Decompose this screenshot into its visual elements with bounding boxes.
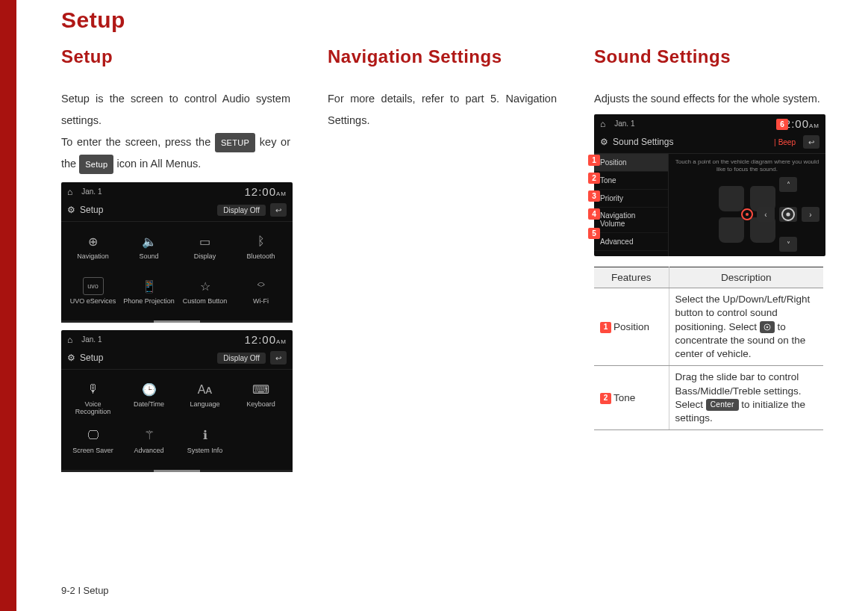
advanced-icon: ⚚: [139, 427, 160, 444]
setup-p2a: To enter the screen, press the: [61, 136, 215, 148]
sound-text: Adjusts the sound effects for the whole …: [594, 88, 823, 110]
gear-icon: ⚙: [600, 137, 608, 147]
sound-item-advanced[interactable]: Advanced: [594, 233, 668, 251]
col-navigation: Navigation Settings For more details, re…: [328, 46, 557, 475]
col-sound: Sound Settings Adjusts the sound effects…: [594, 46, 823, 475]
gear-icon: ⚙: [67, 353, 75, 363]
display-off-button[interactable]: Display Off: [217, 353, 266, 364]
speaker-icon: 🔈: [139, 232, 160, 250]
left-red-rail: [0, 0, 16, 611]
status-time: 12:00AM: [244, 333, 287, 346]
svg-point-3: [766, 326, 769, 329]
arrow-up-button[interactable]: ˄: [779, 177, 797, 192]
callout-5: 5: [588, 228, 600, 239]
back-button[interactable]: ↩: [803, 135, 819, 149]
back-button[interactable]: ↩: [270, 351, 287, 365]
sound-menu-list: Position Tone Priority Navigation Volume…: [594, 154, 669, 256]
cell-screensaver[interactable]: 🖵Screen Saver: [66, 422, 120, 465]
cell-phone-projection[interactable]: 📱Phone Projection: [122, 273, 176, 316]
desc-cell-position: Select the Up/Down/Left/Right button to …: [669, 288, 823, 366]
sub-bar: ⚙ Setup Display Off ↩: [61, 349, 293, 370]
setup-grid-2: 🎙Voice Recognition 🕒Date/Time AᴀLanguage…: [61, 370, 293, 468]
cell-empty: [234, 422, 288, 465]
sound-item-nav-volume[interactable]: Navigation Volume: [594, 208, 668, 233]
home-icon: ⌂: [67, 335, 72, 345]
section-title-sound: Sound Settings: [594, 46, 823, 67]
callout-4: 4: [588, 208, 600, 220]
status-bar: ⌂ Jan. 1 12:00AM: [61, 330, 293, 349]
nav-text: For more details, refer to part 5. Navig…: [328, 88, 557, 131]
cell-datetime[interactable]: 🕒Date/Time: [122, 376, 176, 421]
info-icon: ℹ: [195, 427, 216, 444]
cell-uvo[interactable]: uvoUVO eServices: [66, 273, 120, 316]
table-header-features: Features: [594, 267, 669, 288]
setup-p1: Setup is the screen to control Audio sys…: [61, 93, 290, 126]
back-button[interactable]: ↩: [270, 203, 287, 217]
display-off-button[interactable]: Display Off: [217, 205, 266, 216]
subbar-title: Setup: [80, 353, 103, 363]
cell-system-info[interactable]: ℹSystem Info: [178, 422, 232, 465]
cell-navigation[interactable]: ⊕Navigation: [66, 228, 120, 271]
cell-bluetooth[interactable]: ᛒBluetooth: [234, 228, 288, 271]
sound-hint: Touch a point on the vehicle diagram whe…: [675, 158, 819, 173]
cell-wifi[interactable]: ⌔Wi-Fi: [234, 273, 288, 316]
setup-p2c: icon in All Menus.: [113, 158, 201, 170]
arrow-down-button[interactable]: ˅: [779, 237, 797, 252]
seat-diagram[interactable]: ˄ ‹ › ˅: [675, 177, 819, 252]
center-target-icon: [760, 321, 775, 333]
table-row: 1Position Select the Up/Down/Left/Right …: [594, 288, 823, 366]
callout-inline-1: 1: [600, 322, 611, 333]
sound-item-priority[interactable]: Priority: [594, 190, 668, 208]
bluetooth-icon: ᛒ: [251, 232, 272, 250]
arrow-right-button[interactable]: ›: [802, 207, 819, 222]
subbar-title: Setup: [80, 205, 103, 215]
callout-1: 1: [588, 155, 600, 166]
beep-toggle[interactable]: |Beep: [774, 138, 796, 146]
arrow-left-button[interactable]: ‹: [757, 207, 775, 222]
callout-2: 2: [588, 173, 600, 184]
cell-display[interactable]: ▭Display: [178, 228, 232, 271]
sound-item-tone[interactable]: Tone: [594, 172, 668, 190]
back-icon: ↩: [808, 138, 814, 146]
feature-cell-tone: 2Tone: [594, 366, 669, 430]
status-date: Jan. 1: [81, 187, 102, 196]
gear-icon: ⚙: [67, 205, 75, 215]
cell-language[interactable]: AᴀLanguage: [178, 376, 232, 421]
cell-keyboard[interactable]: ⌨Keyboard: [234, 376, 288, 421]
compass-icon: ⊕: [83, 232, 104, 250]
back-icon: ↩: [275, 206, 281, 214]
callout-6: 6: [776, 119, 788, 130]
status-date: Jan. 1: [81, 335, 102, 344]
phone-icon: 📱: [139, 277, 160, 295]
page-footer: 9-2 I Setup: [61, 585, 109, 596]
sound-item-position[interactable]: Position: [594, 154, 668, 172]
uvo-icon: uvo: [83, 277, 104, 295]
sound-body: Position Tone Priority Navigation Volume…: [594, 154, 825, 256]
cell-advanced[interactable]: ⚚Advanced: [122, 422, 176, 465]
table-header-description: Description: [669, 267, 823, 288]
cell-custom-button[interactable]: ☆Custom Button: [178, 273, 232, 316]
section-title-nav: Navigation Settings: [328, 46, 557, 67]
sub-bar: ⚙ Setup Display Off ↩: [61, 201, 293, 222]
sound-main-panel: Touch a point on the vehicle diagram whe…: [669, 154, 825, 256]
seat-rear-left: [719, 217, 744, 243]
page-root: Setup Setup Setup is the screen to contr…: [0, 0, 868, 611]
setup-icon-chip: Setup: [79, 155, 113, 174]
setup-key-chip: SETUP: [215, 133, 255, 152]
center-chip: Center: [706, 399, 739, 411]
keyboard-icon: ⌨: [251, 380, 272, 398]
status-bar: ⌂ Jan. 1 12:00AM: [61, 182, 293, 201]
status-bar: ⌂ Jan. 1 12:00AM: [594, 114, 825, 133]
language-icon: Aᴀ: [195, 380, 216, 398]
page-title: Setup: [61, 7, 823, 33]
callout-inline-2: 2: [600, 393, 611, 404]
cell-sound[interactable]: 🔈Sound: [122, 228, 176, 271]
columns: Setup Setup is the screen to control Aud…: [61, 46, 823, 475]
screenshot-sound: ⌂ Jan. 1 12:00AM ⚙ Sound Settings |Beep …: [594, 114, 825, 256]
center-button[interactable]: [779, 207, 797, 222]
section-title-setup: Setup: [61, 46, 290, 67]
display-icon: ▭: [195, 232, 216, 250]
desc-cell-tone: Drag the slide bar to control Bass/Middl…: [669, 366, 823, 430]
content-area: Setup Setup Setup is the screen to contr…: [16, 0, 868, 611]
cell-voice[interactable]: 🎙Voice Recognition: [66, 376, 120, 421]
